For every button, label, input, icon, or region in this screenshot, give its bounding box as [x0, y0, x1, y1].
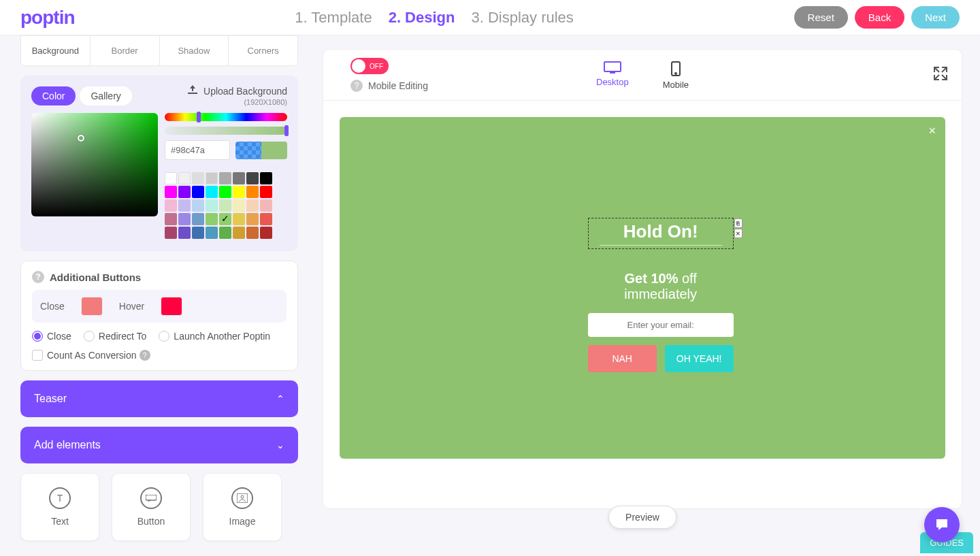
tab-background[interactable]: Background — [21, 36, 91, 65]
alpha-thumb[interactable] — [284, 125, 289, 136]
app-header: poptin 1. Template 2. Design 3. Display … — [0, 0, 980, 35]
checkbox-count-conversion[interactable]: Count As Conversion? — [32, 350, 150, 361]
color-swatch[interactable] — [192, 172, 204, 184]
hue-slider[interactable] — [165, 113, 287, 121]
step-template[interactable]: 1. Template — [295, 9, 372, 27]
step-display-rules[interactable]: 3. Display rules — [471, 9, 573, 27]
upload-background[interactable]: Upload Background (1920X1080) — [187, 85, 287, 106]
color-swatch[interactable] — [206, 227, 218, 239]
color-swatch[interactable] — [165, 199, 177, 212]
step-design[interactable]: 2. Design — [389, 9, 455, 27]
color-swatch[interactable] — [206, 172, 218, 184]
email-input[interactable] — [588, 313, 734, 337]
color-swatch[interactable] — [260, 227, 272, 239]
close-color-swatch[interactable] — [81, 297, 103, 316]
color-swatch[interactable] — [246, 227, 259, 239]
popup-title-selected[interactable]: Hold On! ⎘ ✕ — [588, 218, 734, 249]
popup-preview[interactable]: × Hold On! ⎘ ✕ Get 10% off immediately — [340, 117, 945, 459]
device-desktop[interactable]: Desktop — [596, 61, 629, 90]
color-swatch[interactable] — [219, 186, 231, 198]
color-swatch[interactable] — [178, 186, 191, 198]
color-swatch[interactable] — [246, 199, 259, 212]
color-swatch[interactable] — [260, 213, 272, 225]
pill-gallery[interactable]: Gallery — [80, 86, 131, 105]
accordion-add-elements[interactable]: Add elements ⌄ — [20, 427, 298, 463]
color-preview — [235, 142, 287, 159]
color-swatch[interactable] — [233, 199, 245, 212]
element-button[interactable]: Button — [112, 473, 191, 541]
duplicate-handle[interactable]: ⎘ — [734, 218, 742, 228]
color-swatch[interactable] — [165, 186, 177, 198]
chat-fab[interactable] — [924, 507, 960, 542]
color-swatch[interactable]: ✓ — [219, 213, 231, 225]
color-swatch[interactable] — [233, 172, 245, 184]
color-swatch[interactable] — [165, 227, 177, 239]
color-swatch[interactable] — [192, 199, 204, 212]
saturation-value-picker[interactable] — [31, 113, 158, 216]
delete-handle[interactable]: ✕ — [734, 229, 742, 238]
pill-color[interactable]: Color — [31, 86, 76, 105]
back-button[interactable]: Back — [855, 6, 904, 29]
help-icon[interactable]: ? — [350, 80, 363, 92]
device-switcher: Desktop Mobile — [596, 61, 689, 90]
tab-shadow[interactable]: Shadow — [160, 36, 229, 65]
expand-icon[interactable] — [933, 66, 948, 84]
yeah-button[interactable]: OH YEAH! — [665, 345, 734, 372]
tab-corners[interactable]: Corners — [229, 36, 297, 65]
help-icon[interactable]: ? — [140, 350, 150, 361]
color-swatch[interactable] — [165, 172, 177, 184]
color-swatch[interactable] — [246, 186, 259, 198]
hue-thumb[interactable] — [197, 112, 201, 122]
color-swatch[interactable] — [260, 186, 272, 198]
color-swatch[interactable] — [219, 227, 231, 239]
radio-redirect[interactable]: Redirect To — [84, 331, 147, 342]
color-swatch[interactable] — [178, 213, 191, 225]
color-swatch[interactable] — [178, 227, 191, 239]
help-icon[interactable]: ? — [32, 271, 44, 283]
color-panel: Color Gallery Upload Background (1920X10… — [20, 76, 298, 251]
color-swatch[interactable] — [260, 199, 272, 212]
color-swatch[interactable] — [206, 213, 218, 225]
color-swatch[interactable] — [178, 199, 191, 212]
radio-launch[interactable]: Launch Another Poptin — [159, 331, 270, 342]
color-swatch[interactable] — [246, 172, 259, 184]
hover-color-label: Hover — [119, 301, 144, 312]
color-swatch[interactable] — [178, 172, 191, 184]
color-swatch[interactable] — [165, 213, 177, 225]
color-swatch[interactable] — [192, 227, 204, 239]
color-swatch[interactable] — [206, 199, 218, 212]
color-swatch[interactable] — [206, 186, 218, 198]
sv-pointer[interactable] — [78, 135, 84, 142]
color-swatch[interactable] — [192, 213, 204, 225]
alpha-slider[interactable] — [165, 127, 287, 135]
color-swatch[interactable] — [233, 227, 245, 239]
popup-subtitle[interactable]: Get 10% off immediately — [588, 271, 734, 302]
color-swatch[interactable] — [246, 213, 259, 225]
radio-close[interactable]: Close — [32, 331, 71, 342]
svg-point-2 — [241, 495, 244, 498]
mobile-editing-toggle[interactable]: OFF — [350, 58, 389, 74]
svg-rect-0 — [146, 495, 157, 500]
hover-color-swatch[interactable] — [161, 297, 182, 316]
color-swatch[interactable] — [260, 172, 272, 184]
color-swatch[interactable] — [192, 186, 204, 198]
nah-button[interactable]: NAH — [588, 345, 657, 372]
elements-grid: T Text Button Image — [20, 473, 298, 541]
device-mobile[interactable]: Mobile — [663, 61, 689, 90]
accordion-label: Add elements — [34, 439, 101, 451]
next-button[interactable]: Next — [911, 6, 960, 29]
tab-border[interactable]: Border — [91, 36, 160, 65]
close-color-label: Close — [40, 301, 65, 312]
property-tabs: Background Border Shadow Corners — [20, 35, 298, 66]
element-text[interactable]: T Text — [20, 473, 99, 541]
color-swatch[interactable] — [233, 186, 245, 198]
color-swatch[interactable] — [219, 199, 231, 212]
accordion-teaser[interactable]: Teaser ⌃ — [20, 380, 298, 417]
preview-button[interactable]: Preview — [608, 506, 676, 529]
hex-input[interactable] — [165, 140, 230, 160]
element-image[interactable]: Image — [203, 473, 282, 541]
close-icon[interactable]: × — [928, 124, 936, 138]
color-swatch[interactable] — [233, 213, 245, 225]
color-swatch[interactable] — [219, 172, 231, 184]
reset-button[interactable]: Reset — [794, 6, 848, 29]
